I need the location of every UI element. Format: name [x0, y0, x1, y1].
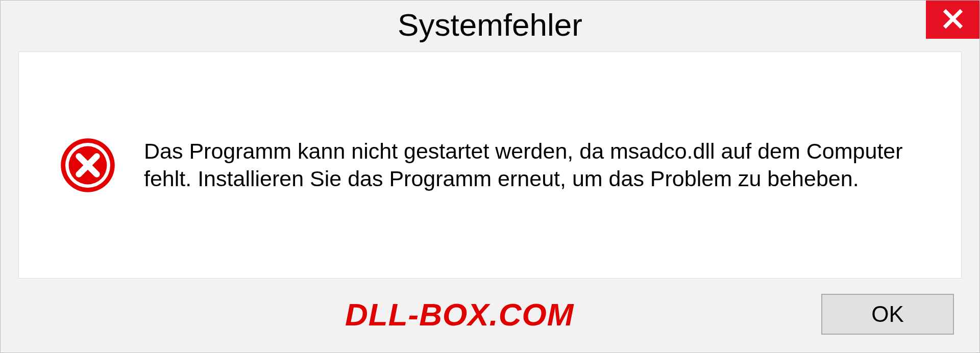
- titlebar: Systemfehler: [1, 1, 979, 49]
- ok-button[interactable]: OK: [821, 294, 954, 335]
- error-dialog: Systemfehler Das Programm kann nicht ges…: [0, 0, 980, 353]
- dialog-title: Systemfehler: [398, 1, 582, 49]
- close-button[interactable]: [926, 1, 979, 39]
- error-message: Das Programm kann nicht gestartet werden…: [144, 138, 930, 193]
- close-icon: [942, 8, 964, 32]
- ok-button-label: OK: [871, 301, 904, 327]
- error-icon: [60, 137, 116, 193]
- watermark-text: DLL-BOX.COM: [18, 296, 574, 333]
- content-area: Das Programm kann nicht gestartet werden…: [18, 52, 962, 279]
- footer: DLL-BOX.COM OK: [1, 279, 979, 352]
